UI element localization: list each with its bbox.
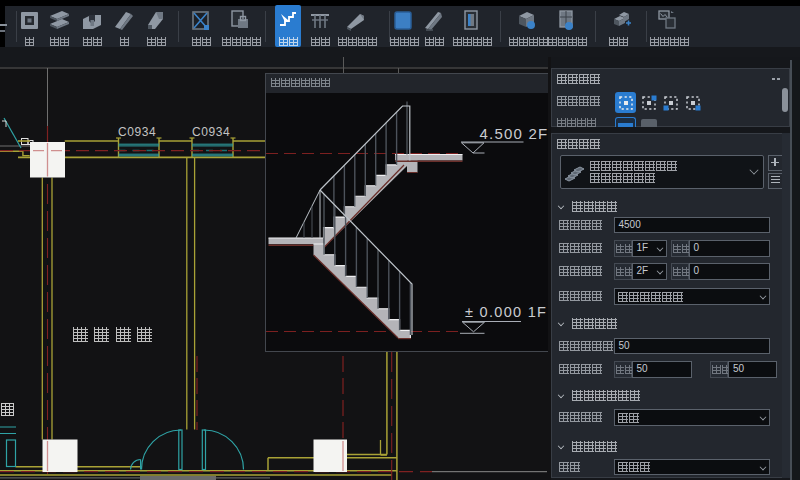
- svg-text:± 0.000 1F: ± 0.000 1F: [465, 304, 547, 320]
- svg-text:C0934: C0934: [118, 125, 156, 139]
- svg-text:C0934: C0934: [192, 125, 230, 139]
- svg-text:4.500 2F: 4.500 2F: [480, 125, 549, 142]
